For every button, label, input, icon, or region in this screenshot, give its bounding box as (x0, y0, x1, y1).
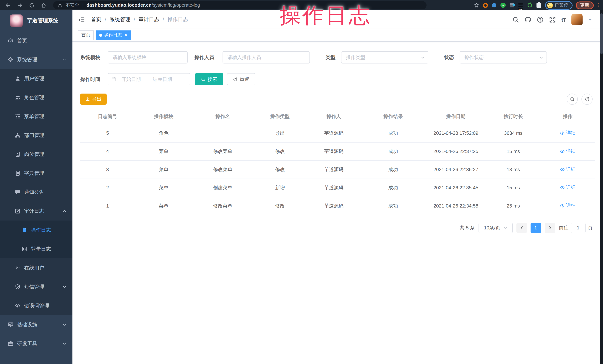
extension-switch-icon[interactable]: on (518, 2, 524, 8)
help-icon[interactable] (537, 16, 544, 23)
start-date-input[interactable] (117, 76, 145, 82)
extension-orange-icon[interactable] (482, 2, 488, 8)
sidebar-item-operate-log[interactable]: 操作日志 (0, 221, 72, 240)
browser-menu-icon[interactable] (597, 3, 599, 7)
users-icon (15, 95, 20, 100)
detail-link[interactable]: 详细 (560, 202, 576, 209)
cell-duration: 13 ms (486, 160, 540, 178)
chevron-down-icon (62, 323, 67, 327)
sidebar-item-online-users[interactable]: 在线用户 (0, 258, 72, 277)
operator-input[interactable] (222, 51, 310, 64)
announcement-icon (15, 189, 20, 195)
breadcrumb-system[interactable]: 系统管理 (110, 16, 139, 23)
cell-date: 2021-04-26 22:34:58 (425, 197, 486, 215)
detail-link[interactable]: 详细 (560, 184, 576, 191)
online-users-icon (15, 265, 20, 271)
sidebar-item-audit-log[interactable]: 审计日志 (0, 202, 72, 221)
address-separator: | (82, 3, 84, 8)
cell-duration: 15 ms (486, 178, 540, 197)
sidebar-item-home[interactable]: 首页 (0, 31, 72, 50)
end-date-input[interactable] (148, 76, 176, 82)
header-date: 操作日期 (425, 109, 486, 124)
tag-operate-log[interactable]: 操作日志 (96, 30, 131, 40)
sidebar-item-sms-management[interactable]: 短信管理 (0, 277, 72, 296)
search-icon[interactable] (512, 16, 519, 23)
sidebar-fold-icon[interactable] (78, 16, 85, 23)
export-button[interactable]: 导出 (80, 94, 107, 105)
breadcrumb-audit[interactable]: 审计日志 (139, 16, 168, 23)
type-label: 类型 (325, 54, 338, 61)
table-header-row: 日志编号 操作模块 操作名 操作类型 操作人 操作结果 操作日期 执行时长 操作 (80, 109, 595, 124)
profile-paused-pill[interactable]: 已暂停 (545, 1, 572, 10)
forward-icon[interactable] (17, 2, 23, 8)
github-icon[interactable] (525, 16, 531, 23)
update-button[interactable]: 更新 (576, 1, 593, 9)
cell-date: 2021-04-28 17:52:09 (425, 124, 486, 142)
sidebar-item-dict-management[interactable]: 字典管理 (0, 164, 72, 183)
caret-down-icon[interactable] (588, 18, 592, 22)
home-icon[interactable] (41, 2, 46, 8)
sidebar-item-post-management[interactable]: 岗位管理 (0, 145, 72, 164)
sidebar-item-infrastructure[interactable]: 基础设施 (0, 315, 72, 334)
sidebar-item-dept-management[interactable]: 部门管理 (0, 126, 72, 145)
magnifier-icon (570, 97, 575, 101)
status-select[interactable] (460, 51, 547, 64)
close-icon[interactable] (125, 33, 128, 37)
bookmark-star-icon[interactable] (474, 2, 479, 8)
reload-icon[interactable] (29, 2, 35, 8)
cell-log-id: 3 (80, 160, 135, 178)
chevron-down-icon (539, 55, 544, 60)
reset-button[interactable]: 重置 (227, 73, 255, 85)
scrollbar-thumb[interactable] (600, 13, 603, 54)
dashboard-icon (8, 38, 13, 44)
chevron-down-icon (421, 55, 425, 60)
cell-name: 修改菜单 (192, 197, 253, 215)
detail-link[interactable]: 详细 (560, 166, 576, 173)
app-logo-row[interactable]: 芋道管理系统 (0, 11, 72, 31)
page-size-select[interactable]: 10条/页 (478, 222, 513, 233)
goto-page-input[interactable] (571, 222, 586, 233)
back-icon[interactable] (5, 2, 11, 8)
extension-drop-icon[interactable] (491, 2, 497, 8)
font-size-icon[interactable]: tT (561, 17, 566, 23)
security-label: 不安全 (65, 2, 79, 8)
detail-link[interactable]: 详细 (560, 148, 576, 155)
sidebar-item-user-management[interactable]: 用户管理 (0, 69, 72, 88)
operator-label: 操作人员 (194, 54, 220, 61)
sidebar-item-login-log[interactable]: 登录日志 (0, 240, 72, 258)
cell-duration: 15 ms (486, 142, 540, 160)
cell-result: 成功 (361, 178, 425, 197)
sidebar-item-system-management[interactable]: 系统管理 (0, 50, 72, 69)
refresh-table-button[interactable] (581, 94, 592, 105)
chevron-right-icon (548, 226, 552, 230)
extension-tiles-icon[interactable] (509, 2, 515, 8)
cell-result: 成功 (361, 197, 425, 215)
search-button[interactable]: 搜索 (195, 73, 223, 85)
cell-date: 2021-04-26 22:35:45 (425, 178, 486, 197)
sidebar-item-role-management[interactable]: 角色管理 (0, 88, 72, 107)
cell-module: 角色 (135, 124, 192, 142)
sidebar-item-menu-management[interactable]: 菜单管理 (0, 107, 72, 126)
date-range-picker[interactable]: - (108, 73, 190, 85)
module-input[interactable] (108, 51, 188, 64)
on-badge: on (518, 8, 523, 9)
extension-green-icon[interactable]: v (500, 2, 506, 8)
avatar[interactable] (571, 14, 583, 25)
detail-link[interactable]: 详细 (560, 130, 576, 136)
eye-icon (560, 203, 565, 208)
sidebar-item-error-code[interactable]: 错误码管理 (0, 296, 72, 315)
extensions-puzzle-icon[interactable] (536, 2, 542, 8)
sidebar-item-notice[interactable]: 通知公告 (0, 183, 72, 202)
next-page-button[interactable] (545, 222, 555, 233)
extension-leaf-icon[interactable] (527, 2, 533, 8)
fullscreen-icon[interactable] (549, 16, 556, 23)
page-number-1[interactable]: 1 (531, 222, 541, 233)
cell-type: 导出 (253, 124, 307, 142)
sidebar-item-dev-tools[interactable]: 研发工具 (0, 334, 72, 353)
breadcrumb-home[interactable]: 首页 (91, 16, 110, 23)
type-select[interactable] (341, 51, 428, 64)
page-scrollbar[interactable] (600, 11, 603, 364)
toggle-search-button[interactable] (567, 94, 578, 105)
tag-home[interactable]: 首页 (78, 30, 94, 40)
prev-page-button[interactable] (516, 222, 527, 233)
